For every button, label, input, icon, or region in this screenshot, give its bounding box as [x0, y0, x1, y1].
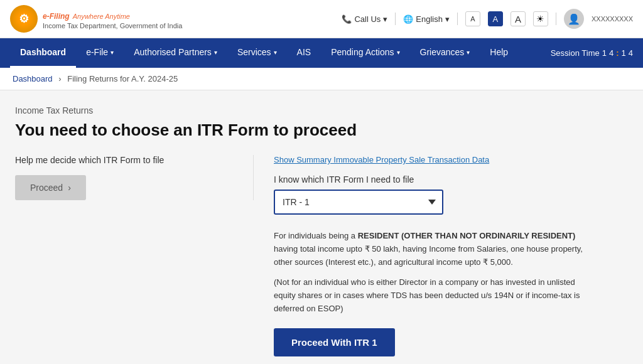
help-text: Help me decide which ITR Form to file	[15, 155, 238, 165]
show-summary-link[interactable]: Show Summary Immovable Property Sale Tra…	[274, 155, 628, 164]
nav-services-label: Services	[237, 47, 271, 57]
itr-description: For individuals being a RESIDENT (OTHER …	[274, 230, 588, 316]
nav-pending-chevron: ▾	[397, 49, 400, 56]
call-us-chevron: ▾	[383, 14, 387, 24]
breadcrumb-separator: ›	[58, 74, 61, 83]
proceed-itr-button[interactable]: Proceed With ITR 1	[274, 328, 395, 356]
divider-1	[395, 13, 396, 25]
nav-ais[interactable]: AIS	[287, 38, 322, 68]
avatar: 👤	[564, 9, 584, 29]
session-label: Session Time	[551, 48, 600, 58]
nav-authorised-partners[interactable]: Authorised Partners ▾	[124, 38, 227, 68]
divider-2	[457, 13, 458, 25]
session-time: Session Time 1 4 : 1 4	[551, 48, 633, 58]
language-button[interactable]: 🌐 English ▾	[403, 14, 450, 24]
nav-grievances-label: Grievances	[420, 47, 465, 57]
language-label: English	[416, 14, 443, 24]
font-medium-button[interactable]: A	[488, 11, 503, 26]
globe-icon: 🌐	[403, 14, 413, 24]
page-subtitle: Income Tax Returns	[15, 105, 628, 115]
nav-pending-label: Pending Actions	[331, 47, 394, 57]
nav-dashboard[interactable]: Dashboard	[10, 38, 76, 68]
logo-efiling-text: e-Filing	[43, 12, 70, 21]
username: XXXXXXXXX	[592, 15, 633, 23]
logo-tagline: Anywhere Anytime	[73, 13, 130, 20]
font-large-button[interactable]: A	[511, 11, 526, 26]
call-us-label: Call Us	[354, 14, 381, 24]
nav-ais-label: AIS	[297, 47, 311, 57]
main-nav: Dashboard e-File ▾ Authorised Partners ▾…	[0, 38, 643, 68]
logo-emblem: ⚙	[10, 5, 38, 33]
nav-help-label: Help	[490, 47, 508, 57]
divider-3	[556, 13, 556, 25]
nav-grievances-chevron: ▾	[467, 49, 470, 56]
right-panel: Show Summary Immovable Property Sale Tra…	[274, 155, 628, 356]
nav-services-chevron: ▾	[274, 49, 277, 56]
phone-icon: 📞	[342, 14, 352, 24]
proceed-button-left[interactable]: Proceed ›	[15, 175, 86, 200]
contrast-button[interactable]: ☀	[533, 11, 548, 26]
nav-grievances[interactable]: Grievances ▾	[410, 38, 480, 68]
description-p2: (Not for an individual who is either Dir…	[274, 276, 588, 315]
nav-pending-actions[interactable]: Pending Actions ▾	[321, 38, 409, 68]
session-h: 1	[602, 48, 607, 58]
breadcrumb-current: Filing Returns for A.Y. 2024-25	[67, 74, 178, 83]
know-label: I know which ITR Form I need to file	[274, 174, 628, 185]
logo-efiling: e-Filing Anywhere Anytime	[43, 9, 182, 22]
breadcrumb: Dashboard › Filing Returns for A.Y. 2024…	[0, 68, 643, 90]
content-row: Help me decide which ITR Form to file Pr…	[15, 155, 628, 356]
nav-dashboard-label: Dashboard	[20, 47, 66, 57]
nav-help[interactable]: Help	[480, 38, 518, 68]
left-panel: Help me decide which ITR Form to file Pr…	[15, 155, 254, 200]
nav-efile[interactable]: e-File ▾	[76, 38, 124, 68]
proceed-itr-label: Proceed With ITR 1	[291, 337, 377, 348]
main-content: Income Tax Returns You need to choose an…	[0, 90, 643, 364]
description-p1: For individuals being a RESIDENT (OTHER …	[274, 230, 588, 269]
session-colon: :	[616, 48, 619, 58]
language-chevron: ▾	[445, 14, 450, 24]
logo-text: e-Filing Anywhere Anytime Income Tax Dep…	[43, 9, 182, 29]
session-min: 4	[609, 48, 613, 58]
font-small-button[interactable]: A	[465, 11, 480, 26]
logo-dept: Income Tax Department, Government of Ind…	[43, 22, 182, 29]
logo-area: ⚙ e-Filing Anywhere Anytime Income Tax D…	[10, 5, 182, 33]
itr-form-select[interactable]: ITR - 1 ITR - 2 ITR - 3 ITR - 4	[274, 190, 443, 215]
breadcrumb-home[interactable]: Dashboard	[13, 74, 53, 83]
nav-efile-label: e-File	[86, 47, 108, 57]
header-right: 📞 Call Us ▾ 🌐 English ▾ A A A ☀ 👤 XXXXXX…	[342, 9, 633, 29]
session-s2: 4	[629, 48, 633, 58]
header: ⚙ e-Filing Anywhere Anytime Income Tax D…	[0, 0, 643, 38]
proceed-left-label: Proceed	[30, 183, 63, 193]
nav-efile-chevron: ▾	[111, 49, 114, 56]
call-us-button[interactable]: 📞 Call Us ▾	[342, 14, 387, 24]
nav-authorised-partners-label: Authorised Partners	[134, 47, 212, 57]
page-title: You need to choose an ITR Form to procee…	[15, 120, 628, 140]
nav-authorised-chevron: ▾	[214, 49, 217, 56]
session-s1: 1	[622, 48, 626, 58]
proceed-left-arrow: ›	[68, 183, 71, 193]
nav-services[interactable]: Services ▾	[227, 38, 287, 68]
